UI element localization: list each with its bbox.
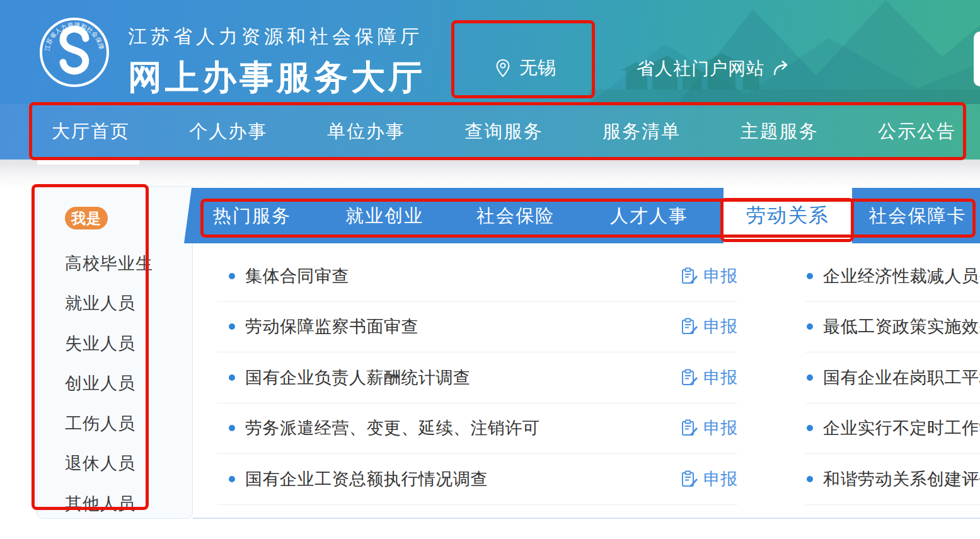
nav-item-personal[interactable]: 个人办事 — [190, 119, 268, 144]
bullet-icon — [229, 374, 235, 381]
declare-label: 申报 — [703, 315, 737, 338]
declare-button[interactable]: 申报 — [681, 315, 737, 338]
sidebar-item-retired[interactable]: 退休人员 — [65, 444, 153, 484]
site-titles: 江苏省人力资源和社会保障厅 网上办事服务大厅 — [128, 24, 425, 101]
tab-labor-relations[interactable]: 劳动关系 — [723, 188, 852, 251]
bullet-icon — [229, 273, 235, 279]
declare-button[interactable]: 申报 — [681, 366, 737, 389]
service-row: 国有企业工资总额执行情况调查 申报 — [217, 454, 737, 505]
declare-label: 申报 — [703, 366, 737, 389]
service-row: 企业实行不定时工作制 — [805, 403, 980, 455]
service-row: 劳务派遣经营、变更、延续、注销许可 申报 — [217, 403, 737, 455]
tab-social-insurance[interactable]: 社会保险 — [450, 188, 581, 243]
bullet-icon — [229, 425, 235, 431]
active-nav-indicator — [37, 159, 139, 165]
category-tabs: 热门服务 就业创业 社会保险 人才人事 劳动关系 社会保障卡 — [184, 188, 980, 243]
declare-button[interactable]: 申报 — [681, 468, 737, 490]
bullet-icon — [229, 476, 235, 482]
tab-social-security-card[interactable]: 社会保障卡 — [852, 188, 980, 243]
service-title[interactable]: 企业经济性裁减人员备 — [823, 265, 980, 287]
location-selector[interactable]: 无锡 — [495, 55, 556, 81]
declare-form-icon — [681, 470, 698, 488]
agency-logo: 江苏省人力资源和社会保障厅 · · · · · · · · · · · · · … — [39, 17, 110, 88]
service-row: 劳动保障监察书面审查 申报 — [217, 302, 737, 353]
nav-item-service-list[interactable]: 服务清单 — [602, 119, 681, 144]
service-title[interactable]: 企业实行不定时工作制 — [823, 417, 980, 439]
content-bottom-border — [193, 518, 980, 519]
external-link-icon — [772, 60, 793, 78]
declare-form-icon — [681, 318, 698, 335]
service-row: 国有企业负责人薪酬统计调查 申报 — [217, 352, 737, 403]
service-list-right: 企业经济性裁减人员备 最低工资政策实施效果 国有企业在岗职工平均 企业实行不定时… — [805, 251, 980, 505]
service-title[interactable]: 和谐劳动关系创建评价 — [823, 468, 980, 490]
location-pin-icon — [495, 59, 510, 78]
bullet-icon — [229, 323, 235, 330]
role-list: 高校毕业生 就业人员 失业人员 创业人员 工伤人员 退休人员 其他人员 — [65, 243, 153, 524]
who-am-i-badge: 我是 — [65, 207, 108, 229]
portal-link-label: 省人社门户网站 — [637, 57, 764, 81]
service-title[interactable]: 最低工资政策实施效果 — [823, 315, 980, 338]
nav-item-unit[interactable]: 单位办事 — [327, 119, 405, 144]
sidebar-roles: 我是 高校毕业生 就业人员 失业人员 创业人员 工伤人员 退休人员 其他人员 — [37, 186, 193, 519]
declare-label: 申报 — [703, 468, 737, 490]
nav-item-home[interactable]: 大厅首页 — [52, 119, 130, 144]
nav-item-announcement[interactable]: 公示公告 — [878, 119, 956, 144]
declare-form-icon — [681, 419, 698, 437]
location-label: 无锡 — [519, 55, 556, 81]
page: 江苏省人力资源和社会保障厅 · · · · · · · · · · · · · … — [0, 0, 980, 539]
declare-form-icon — [681, 369, 698, 386]
portal-link[interactable]: 省人社门户网站 — [637, 57, 793, 81]
declare-label: 申报 — [703, 265, 737, 287]
service-title[interactable]: 劳动保障监察书面审查 — [245, 315, 418, 338]
tab-hot-services[interactable]: 热门服务 — [187, 188, 318, 243]
tab-talent[interactable]: 人才人事 — [584, 188, 715, 243]
service-title[interactable]: 国有企业负责人薪酬统计调查 — [245, 366, 471, 389]
landscape-decor-image — [589, 0, 980, 104]
header: 江苏省人力资源和社会保障厅 · · · · · · · · · · · · · … — [0, 0, 980, 104]
service-list-left: 集体合同审查 申报 劳动保障监察书面审查 — [217, 251, 737, 505]
main-nav: 大厅首页 个人办事 单位办事 查询服务 服务清单 主题服务 公示公告 — [0, 104, 980, 159]
sidebar-item-graduate[interactable]: 高校毕业生 — [65, 243, 153, 284]
bullet-icon — [807, 374, 813, 381]
nav-item-theme[interactable]: 主题服务 — [741, 119, 819, 144]
declare-label: 申报 — [703, 417, 737, 439]
bullet-icon — [807, 273, 813, 279]
service-row: 集体合同审查 申报 — [217, 251, 737, 302]
service-row: 和谐劳动关系创建评价 — [805, 454, 980, 505]
sidebar-item-entrepreneur[interactable]: 创业人员 — [65, 364, 153, 404]
sidebar-item-employed[interactable]: 就业人员 — [65, 284, 153, 324]
org-title: 江苏省人力资源和社会保障厅 — [128, 24, 425, 50]
tab-employment[interactable]: 就业创业 — [319, 188, 450, 243]
service-row: 企业经济性裁减人员备 — [805, 251, 980, 302]
service-row: 最低工资政策实施效果 — [805, 302, 980, 353]
service-title[interactable]: 国有企业工资总额执行情况调查 — [245, 468, 488, 490]
sidebar-item-unemployed[interactable]: 失业人员 — [65, 323, 153, 364]
service-title[interactable]: 劳务派遣经营、变更、延续、注销许可 — [245, 417, 540, 439]
page-title: 网上办事服务大厅 — [128, 55, 425, 101]
nav-shadow — [0, 159, 980, 190]
declare-button[interactable]: 申报 — [681, 417, 737, 439]
declare-button[interactable]: 申报 — [681, 265, 737, 287]
bullet-icon — [807, 323, 813, 330]
sidebar-item-other[interactable]: 其他人员 — [65, 484, 153, 524]
nav-item-query[interactable]: 查询服务 — [465, 119, 543, 144]
bullet-icon — [807, 425, 813, 431]
service-title[interactable]: 集体合同审查 — [245, 265, 349, 287]
floating-side-widget[interactable] — [974, 32, 980, 86]
service-title[interactable]: 国有企业在岗职工平均 — [823, 366, 980, 389]
declare-form-icon — [681, 267, 698, 285]
service-row: 国有企业在岗职工平均 — [805, 352, 980, 403]
sidebar-item-work-injury[interactable]: 工伤人员 — [65, 403, 153, 444]
bullet-icon — [807, 476, 813, 482]
